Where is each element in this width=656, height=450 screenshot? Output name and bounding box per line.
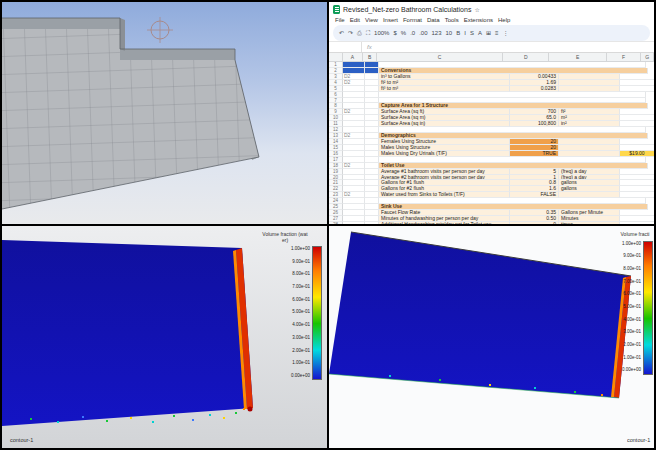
menu-data[interactable]: Data: [427, 17, 440, 23]
legend-tick-label: 8.00e-01: [248, 271, 310, 276]
toolbar: ↶↷⎙⛶100%$%.0.0012310BISA⊞≡⋮: [333, 25, 650, 41]
legend-tick-labels: 1.00e+009.00e-018.00e-017.00e-016.00e-01…: [617, 241, 641, 373]
contour-label: contour-1: [10, 437, 33, 443]
legend-tick-label: 9.00e-01: [248, 259, 310, 264]
toolbar-button[interactable]: %: [401, 27, 406, 40]
legend-title: Volume fracti: [617, 232, 653, 238]
sheet-row: 28Additional Handwashing min/day not for…: [329, 222, 654, 224]
legend-tick-label: 0.00e+00: [617, 367, 641, 372]
legend-tick-label: 3.00e-01: [617, 329, 641, 334]
colorbar-legend: Volume fracti 1.00e+009.00e-018.00e-017.…: [617, 232, 653, 375]
rotation-target-icon: [147, 17, 173, 43]
name-box[interactable]: [329, 42, 362, 52]
legend-tick-label: 1.00e-01: [617, 355, 641, 360]
menu-format[interactable]: Format: [403, 17, 422, 23]
legend-tick-label: 0.00e+00: [248, 373, 310, 378]
toolbar-button[interactable]: .0: [410, 27, 415, 40]
legend-tick-label: 7.00e-01: [248, 284, 310, 289]
colorbar: [312, 246, 322, 380]
legend-tick-label: 6.00e-01: [617, 291, 641, 296]
column-header[interactable]: G: [641, 53, 654, 61]
toolbar-button[interactable]: $: [393, 27, 396, 40]
sheets-logo-icon: [333, 5, 340, 14]
sheets-app: Revised_Net-zero Bathroom Calculations ☆…: [329, 2, 654, 224]
legend-tick-label: 6.00e-01: [248, 297, 310, 302]
legend-tick-label: 9.00e-01: [617, 253, 641, 258]
contour-viewport-left[interactable]: Volume fraction (water) 1.00e+009.00e-01…: [2, 226, 327, 448]
column-header[interactable]: A: [343, 53, 364, 61]
toolbar-button[interactable]: ⛶: [366, 27, 370, 40]
toolbar-button[interactable]: ⊞: [486, 27, 491, 40]
legend-title-line: Volume fracti: [617, 232, 653, 238]
formula-bar[interactable]: fx: [329, 41, 654, 53]
legend-tick-label: 2.00e-01: [617, 342, 641, 347]
toolbar-button[interactable]: B: [456, 27, 460, 40]
column-header[interactable]: C: [377, 53, 503, 61]
legend-tick-label: 5.00e-01: [248, 309, 310, 314]
doc-title[interactable]: Revised_Net-zero Bathroom Calculations: [343, 6, 471, 13]
toolbar-button[interactable]: 123: [431, 27, 441, 40]
toolbar-button[interactable]: A: [478, 27, 482, 40]
legend-title-line: er): [248, 238, 322, 244]
mesh-geometry: [2, 2, 327, 224]
fx-icon: fx: [367, 44, 372, 50]
legend-tick-label: 1.00e+00: [248, 246, 310, 251]
toolbar-button[interactable]: I: [464, 27, 466, 40]
cell[interactable]: [343, 222, 365, 224]
legend-tick-label: 8.00e-01: [617, 266, 641, 271]
legend-tick-label: 1.00e-01: [248, 360, 310, 365]
toolbar-button[interactable]: ↶: [339, 27, 344, 40]
column-header[interactable]: E: [549, 53, 607, 61]
legend-tick-label: 5.00e-01: [617, 304, 641, 309]
cell[interactable]: 0: [510, 222, 559, 224]
menu-help[interactable]: Help: [498, 17, 510, 23]
toolbar-button[interactable]: 10: [446, 27, 453, 40]
cell[interactable]: [620, 222, 654, 224]
menu-view[interactable]: View: [365, 17, 378, 23]
toolbar-button[interactable]: ≡: [495, 27, 499, 40]
legend-tick-label: 1.00e+00: [617, 241, 641, 246]
mesh-viewport[interactable]: [2, 2, 327, 224]
legend-tick-labels: 1.00e+009.00e-018.00e-017.00e-016.00e-01…: [248, 246, 310, 378]
row-number: 28: [329, 222, 343, 224]
toolbar-button[interactable]: .00: [419, 27, 427, 40]
colorbar: [643, 241, 653, 375]
cell[interactable]: [365, 222, 379, 224]
column-header[interactable]: F: [607, 53, 641, 61]
corner-header: [329, 53, 343, 61]
toolbar-button[interactable]: ⋮: [502, 27, 508, 40]
menu-bar: FileEditViewInsertFormatDataToolsExtensi…: [329, 15, 654, 25]
legend-title: Volume fraction (water): [248, 232, 322, 243]
cell[interactable]: times: [559, 222, 620, 224]
colorbar-legend: Volume fraction (water) 1.00e+009.00e-01…: [248, 232, 322, 380]
cell[interactable]: Additional Handwashing min/day not for T…: [379, 222, 510, 224]
column-header[interactable]: D: [503, 53, 549, 61]
contour-label: contour-1: [627, 437, 653, 443]
toolbar-button[interactable]: ↷: [348, 27, 353, 40]
star-icon[interactable]: ☆: [474, 6, 479, 13]
legend-tick-label: 2.00e-01: [248, 348, 310, 353]
contour-plot-right: [329, 226, 654, 448]
column-header[interactable]: B: [363, 53, 377, 61]
toolbar-button[interactable]: S: [470, 27, 474, 40]
menu-extensions[interactable]: Extensions: [464, 17, 493, 23]
menu-tools[interactable]: Tools: [445, 17, 459, 23]
column-headers: ABCDEFG: [329, 53, 654, 62]
legend-tick-label: 7.00e-01: [617, 279, 641, 284]
legend-tick-label: 3.00e-01: [248, 335, 310, 340]
menu-edit[interactable]: Edit: [350, 17, 360, 23]
menu-file[interactable]: File: [335, 17, 345, 23]
toolbar-button[interactable]: ⎙: [357, 27, 362, 40]
legend-tick-label: 4.00e-01: [617, 317, 641, 322]
sheet-grid[interactable]: 12Conversions3D2in³ to Gallons0.004334D2…: [329, 62, 654, 224]
legend-tick-label: 4.00e-01: [248, 322, 310, 327]
sheets-titlebar: Revised_Net-zero Bathroom Calculations ☆: [329, 2, 654, 15]
toolbar-button[interactable]: 100%: [374, 27, 389, 40]
contour-viewport-right[interactable]: Volume fracti 1.00e+009.00e-018.00e-017.…: [329, 226, 654, 448]
menu-insert[interactable]: Insert: [383, 17, 398, 23]
